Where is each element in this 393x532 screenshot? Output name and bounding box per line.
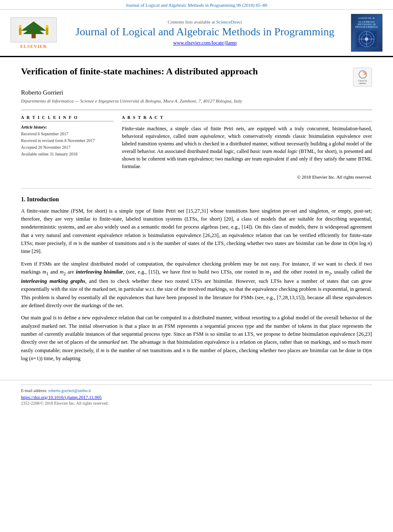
svg-point-5 (19, 25, 21, 28)
email-footnote: E-mail address: roberto.gorrieri@unibo.i… (21, 388, 372, 393)
article-columns: A R T I C L E I N F O Article history: R… (21, 110, 372, 181)
top-bar: Journal of Logical and Algebraic Methods… (0, 0, 393, 10)
journal-reference: Journal of Logical and Algebraic Methods… (126, 3, 267, 8)
cover-top-label4: PROGRAMMING (355, 26, 378, 28)
affiliation: Dipartimento di Informatica — Scienze e … (21, 98, 372, 103)
article-info-heading: A R T I C L E I N F O (21, 115, 113, 121)
received-date: Received 6 September 2017 (21, 131, 113, 137)
abstract-heading: A B S T R A C T (122, 115, 372, 121)
section-divider (21, 188, 372, 189)
svg-point-7 (46, 25, 48, 28)
abstract-section: A B S T R A C T Finite-state machines, a… (122, 115, 372, 181)
paper-title: Verification of finite-state machines: A… (21, 66, 372, 78)
doi-line: https://doi.org/10.1016/j.jlamp.2017.11.… (21, 395, 372, 400)
cover-box: LOGICAL & ALGEBRAIC METHODS IN PROGRAMMI… (351, 14, 382, 52)
history-label: Article history: (21, 125, 113, 129)
intro-paragraph-2: Even if FSMs are the simplest distribute… (21, 260, 372, 310)
available-date: Available online 31 January 2018 (21, 151, 113, 158)
copyright-notice: © 2018 Elsevier Inc. All rights reserved… (122, 174, 372, 181)
doi-link[interactable]: https://doi.org/10.1016/j.jlamp.2017.11.… (21, 395, 102, 400)
elsevier-logo-box (11, 17, 57, 42)
journal-header: ELSEVIER Contents lists available at Sci… (0, 10, 393, 57)
email-link[interactable]: roberto.gorrieri@unibo.it (48, 388, 91, 393)
author-name: Roberto Gorrieri (21, 89, 372, 96)
intro-paragraph-3: Our main goal is to define a new equival… (21, 314, 372, 363)
abstract-text: Finite-state machines, a simple class of… (122, 125, 372, 170)
sciencedirect-link[interactable]: ScienceDirect (216, 19, 242, 24)
journal-url-link[interactable]: www.elsevier.com/locate/jlamp (173, 40, 237, 46)
accepted-date: Accepted 20 November 2017 (21, 144, 113, 151)
journal-url: www.elsevier.com/locate/jlamp (63, 40, 347, 46)
main-content: Check forupdates Verification of finite-… (0, 57, 393, 376)
issn-line: 2352-2208/© 2018 Elsevier Inc. All right… (21, 401, 372, 406)
contents-line: Contents lists available at ScienceDirec… (63, 19, 347, 24)
journal-center: Contents lists available at ScienceDirec… (63, 19, 347, 46)
elsevier-logo: ELSEVIER (8, 17, 59, 49)
article-info: A R T I C L E I N F O Article history: R… (21, 115, 113, 181)
svg-point-13 (365, 37, 368, 41)
email-label: E-mail address: (21, 388, 47, 393)
cover-top-label: LOGICAL & (359, 17, 375, 19)
received-revised-date: Received in revised form 8 November 2017 (21, 137, 113, 144)
intro-paragraph-1: A finite-state machine (FSM, for short) … (21, 207, 372, 256)
journal-cover: LOGICAL & ALGEBRAIC METHODS IN PROGRAMMI… (351, 14, 385, 52)
journal-title-header: Journal of Logical and Algebraic Methods… (63, 25, 347, 38)
check-updates-label: Check forupdates (358, 70, 367, 84)
elsevier-name-label: ELSEVIER (20, 44, 47, 49)
section-1-heading: 1. Introduction (21, 196, 372, 203)
footer-area: E-mail address: roberto.gorrieri@unibo.i… (0, 380, 393, 410)
check-for-updates-badge: Check forupdates (353, 68, 372, 87)
svg-rect-3 (32, 34, 36, 38)
